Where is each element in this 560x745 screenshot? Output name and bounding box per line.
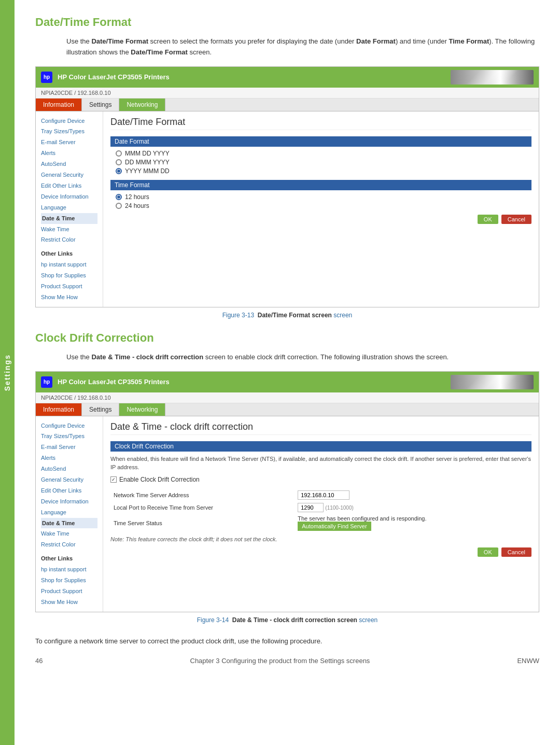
nav-configure-device-1[interactable]: Configure Device [41, 116, 97, 126]
section2-title: Clock Drift Correction [35, 331, 539, 345]
time-opt-24hr[interactable]: 24 hours [116, 202, 531, 209]
radio-12hr[interactable] [116, 194, 122, 200]
radio-mmm-dd-yyyy[interactable] [116, 150, 122, 157]
printer-header-1: hp HP Color LaserJet CP3505 Printers [36, 67, 539, 88]
date-opt-dd-mmm-yyyy[interactable]: DD MMM YYYY [116, 159, 531, 166]
printer-ui-1: hp HP Color LaserJet CP3505 Printers NPI… [35, 66, 539, 307]
nav-restrict-color-2[interactable]: Restrict Color [41, 539, 97, 550]
nav-show-me-how-2[interactable]: Show Me How [41, 597, 97, 608]
date-opt-label-3: YYYY MMM DD [125, 167, 170, 175]
auto-find-button[interactable]: Automatically Find Server [298, 522, 371, 531]
date-opt-label-1: MMM DD YYYY [125, 150, 170, 157]
nts-address-label: Network Time Server Address [111, 489, 295, 501]
printer-title-1: HP Color LaserJet CP3505 Printers [58, 73, 170, 81]
nav-wake-time-1[interactable]: Wake Time [41, 224, 97, 235]
page-footer: 46 Chapter 3 Configuring the product fro… [35, 657, 539, 665]
printer-header-image-1 [451, 70, 534, 85]
section2-desc: Use the Date & Time - clock drift correc… [66, 352, 539, 363]
date-opt-yyyy-mmm-dd[interactable]: YYYY MMM DD [116, 167, 531, 175]
side-tab: Settings [0, 0, 15, 745]
time-server-status-label: Time Server Status [111, 514, 295, 532]
cancel-button-1[interactable]: Cancel [501, 215, 531, 224]
nav-email-server-1[interactable]: E-mail Server [41, 137, 97, 148]
time-format-header: Time Format [110, 180, 531, 190]
time-format-group: 12 hours 24 hours [116, 193, 531, 209]
nav-alerts-2[interactable]: Alerts [41, 453, 97, 463]
nav-hp-instant-support-2[interactable]: hp instant support [41, 564, 97, 575]
nav-configure-device-2[interactable]: Configure Device [41, 420, 97, 431]
tab-settings-2[interactable]: Settings [82, 403, 119, 416]
enable-clock-checkbox[interactable] [110, 476, 117, 483]
date-format-header: Date Format [110, 136, 531, 147]
tab-settings-1[interactable]: Settings [82, 99, 119, 111]
nav-wake-time-2[interactable]: Wake Time [41, 528, 97, 539]
tab-networking-2[interactable]: Networking [119, 403, 165, 416]
nav-device-information-1[interactable]: Device Information [41, 191, 97, 202]
nav-edit-other-links-2[interactable]: Edit Other Links [41, 485, 97, 496]
figure-label-1: Figure 3-13 [222, 312, 254, 319]
nav-email-server-2[interactable]: E-mail Server [41, 442, 97, 453]
btn-row-1: OK Cancel [110, 215, 531, 224]
nav-shop-supplies-1[interactable]: Shop for Supplies [41, 270, 97, 281]
nav-language-1[interactable]: Language [41, 202, 97, 213]
clock-section-header: Clock Drift Correction [110, 441, 531, 452]
tab-networking-1[interactable]: Networking [119, 99, 165, 111]
enable-clock-row[interactable]: Enable Clock Drift Correction [110, 476, 531, 483]
nav-language-2[interactable]: Language [41, 507, 97, 518]
nav-alerts-1[interactable]: Alerts [41, 148, 97, 159]
figure-caption-text-2: Date & Time - clock drift correction scr… [232, 616, 357, 624]
date-opt-mmm-dd-yyyy[interactable]: MMM DD YYYY [116, 150, 531, 157]
nav-tray-sizes-1[interactable]: Tray Sizes/Types [41, 126, 97, 137]
bottom-paragraph: To configure a network time server to co… [35, 636, 539, 647]
printer-title-2: HP Color LaserJet CP3505 Printers [58, 378, 170, 386]
nav-other-links-label-1: Other Links [41, 248, 97, 259]
nav-date-time-1[interactable]: Date & Time [41, 213, 97, 224]
printer-address-1: NPIA20CDE / 192.168.0.10 [36, 88, 539, 99]
nav-product-support-2[interactable]: Product Support [41, 586, 97, 597]
nav-show-me-how-1[interactable]: Show Me How [41, 292, 97, 303]
nav-hp-instant-support-1[interactable]: hp instant support [41, 259, 97, 270]
left-nav-2: Configure Device Tray Sizes/Types E-mail… [36, 416, 103, 612]
nav-shop-supplies-2[interactable]: Shop for Supplies [41, 575, 97, 586]
enable-clock-label: Enable Clock Drift Correction [119, 476, 200, 483]
figure-label-2: Figure 3-14 [197, 616, 229, 624]
ok-button-1[interactable]: OK [478, 215, 498, 224]
panel-title-1: Date/Time Format [110, 117, 531, 130]
nav-date-time-2[interactable]: Date & Time [41, 518, 97, 529]
local-port-input[interactable] [298, 503, 324, 512]
nav-general-security-2[interactable]: General Security [41, 474, 97, 485]
nav-product-support-1[interactable]: Product Support [41, 281, 97, 292]
nav-tray-sizes-2[interactable]: Tray Sizes/Types [41, 431, 97, 442]
ok-button-2[interactable]: OK [478, 547, 498, 557]
port-range-hint: (1100-1000) [325, 505, 353, 511]
nav-general-security-1[interactable]: General Security [41, 170, 97, 180]
chapter-label: Chapter 3 Configuring the product from t… [190, 657, 370, 665]
cancel-button-2[interactable]: Cancel [501, 547, 531, 557]
nav-autosend-1[interactable]: AutoSend [41, 159, 97, 170]
nav-device-information-2[interactable]: Device Information [41, 496, 97, 507]
section1-desc: Use the Date/Time Format screen to selec… [66, 36, 539, 58]
left-nav-1: Configure Device Tray Sizes/Types E-mail… [36, 111, 103, 307]
locale-label: ENWW [517, 657, 539, 665]
radio-yyyy-mmm-dd[interactable] [116, 168, 122, 174]
time-server-status-value: The server has been configured and is re… [298, 515, 426, 522]
time-opt-label-1: 12 hours [125, 193, 149, 201]
nav-autosend-2[interactable]: AutoSend [41, 463, 97, 474]
nav-other-links-label-2: Other Links [41, 553, 97, 564]
nav-restrict-color-1[interactable]: Restrict Color [41, 234, 97, 245]
nav-edit-other-links-1[interactable]: Edit Other Links [41, 180, 97, 191]
radio-24hr[interactable] [116, 203, 122, 209]
tab-information-2[interactable]: Information [36, 403, 82, 416]
tab-information-1[interactable]: Information [36, 99, 82, 111]
printer-tabs-1: Information Settings Networking [36, 99, 539, 111]
time-opt-12hr[interactable]: 12 hours [116, 193, 531, 201]
nts-address-input[interactable] [298, 490, 349, 500]
hp-logo-1: hp [41, 72, 52, 83]
right-panel-2: Date & Time - clock drift correction Clo… [103, 416, 539, 612]
printer-body-2: Configure Device Tray Sizes/Types E-mail… [36, 416, 539, 612]
radio-dd-mmm-yyyy[interactable] [116, 159, 122, 165]
printer-ui-2: hp HP Color LaserJet CP3505 Printers NPI… [35, 371, 539, 612]
printer-header-2: hp HP Color LaserJet CP3505 Printers [36, 372, 539, 392]
clock-note: Note: This feature corrects the clock dr… [110, 536, 531, 542]
side-tab-label: Settings [3, 354, 11, 391]
